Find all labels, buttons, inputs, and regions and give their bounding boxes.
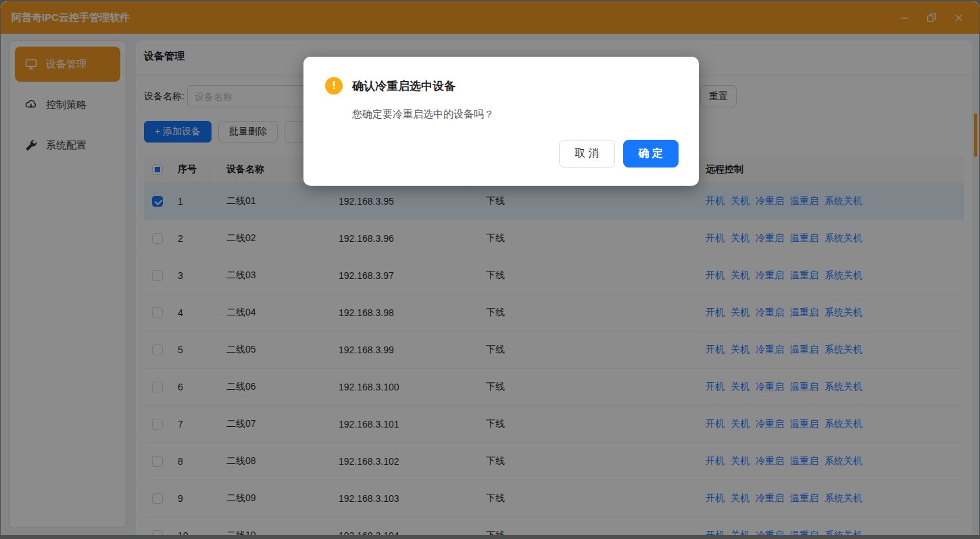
dialog-message: 您确定要冷重启选中的设备吗？ [352, 108, 494, 121]
app-window: 阿普奇IPC云控手管理软件 设备管理 [1, 1, 979, 535]
ok-button[interactable]: 确 定 [623, 140, 679, 168]
dialog-buttons: 取 消 确 定 [559, 140, 679, 168]
dialog-title: 确认冷重启选中设备 [352, 78, 456, 94]
warning-icon: ! [325, 77, 343, 95]
cancel-button[interactable]: 取 消 [559, 140, 614, 168]
confirm-dialog: ! 确认冷重启选中设备 您确定要冷重启选中的设备吗？ 取 消 确 定 [303, 57, 699, 186]
